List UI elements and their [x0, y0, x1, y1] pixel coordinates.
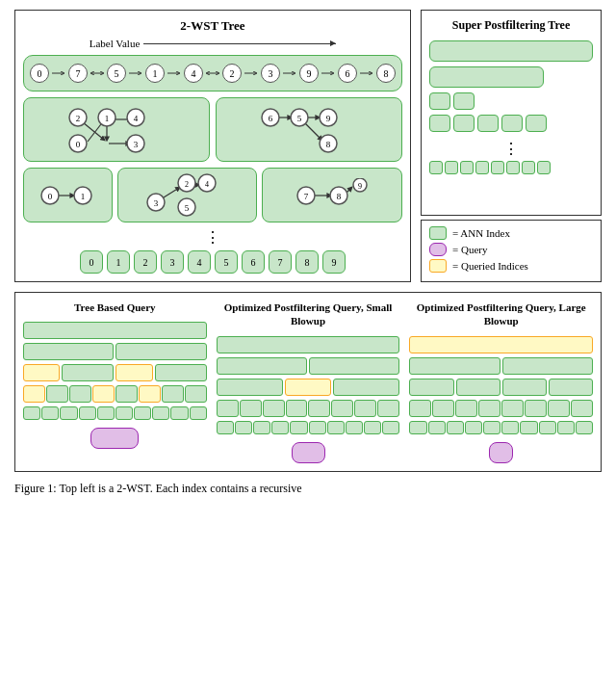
wst-row-3: 0 1 3 2 4: [23, 168, 402, 222]
wst-bottom-9: 9: [322, 250, 346, 274]
bottom-col-3-title: Optimized Postfiltering Query, Large Blo…: [409, 301, 593, 328]
bar-cell: [539, 421, 556, 434]
bar-row-2-1: [217, 336, 400, 353]
super-row-2: [429, 66, 544, 88]
svg-text:7: 7: [304, 192, 309, 201]
super-tree-rows: [429, 40, 593, 132]
bar-cell: [217, 421, 234, 434]
label-value-text: Label Value: [90, 38, 141, 49]
bar-cell: [139, 385, 161, 403]
bar-row-3-3: [409, 379, 593, 396]
bar-cell: [185, 385, 207, 403]
super-small-row-1: [429, 92, 593, 110]
node-0: 0: [30, 64, 49, 83]
bar-cell: [557, 421, 575, 434]
legend-item-queried: = Queried Indices: [429, 259, 593, 273]
bar-cell: [155, 364, 207, 381]
bar-cell: [483, 421, 500, 434]
top-section: 2-WST Tree Label Value 0 7 5: [14, 10, 602, 282]
bar-cell: [190, 406, 207, 420]
bar-cell: [41, 406, 59, 420]
bar-cell: [501, 400, 524, 417]
node-8: 8: [376, 64, 396, 83]
bar-cell: [217, 336, 400, 353]
legend-queried-label: = Queried Indices: [452, 260, 528, 272]
bar-row-3-4: [409, 400, 593, 417]
bar-cell: [116, 385, 138, 403]
tiny-cell: [475, 161, 489, 174]
bar-cell: [46, 385, 68, 403]
svg-text:0: 0: [48, 192, 53, 201]
bar-cell: [23, 406, 40, 420]
legend-item-query: = Query: [429, 243, 593, 256]
svg-text:5: 5: [184, 203, 189, 213]
bar-cell: [23, 385, 45, 403]
svg-text:3: 3: [153, 198, 158, 208]
bar-cell: [409, 400, 431, 417]
bar-cell: [217, 379, 283, 396]
wst-bottom-2: 2: [134, 250, 157, 274]
bar-cell: [409, 379, 453, 396]
bar-row-3-1: [409, 336, 593, 353]
bar-cell: [364, 421, 381, 434]
wst-bottom-8: 8: [295, 250, 319, 274]
legend-query-label: = Query: [452, 244, 487, 255]
bar-row-3-5: [409, 421, 593, 434]
svg-text:8: 8: [337, 192, 342, 201]
query-box-row-2: [217, 442, 400, 463]
super-tiny-cells: [429, 161, 593, 174]
bar-cell: [571, 400, 593, 417]
wst-bottom-row: 0 1 2 3 4 5 6 7 8 9: [23, 250, 402, 274]
tiny-cell: [537, 161, 551, 174]
bar-cell: [235, 421, 252, 434]
legend-box-queried: [429, 259, 447, 273]
bar-cell: [217, 357, 307, 375]
node-2: 2: [222, 64, 242, 83]
bar-cell: [240, 400, 262, 417]
svg-text:4: 4: [134, 114, 139, 123]
svg-text:9: 9: [326, 114, 331, 123]
bar-cell: [217, 400, 239, 417]
svg-text:1: 1: [81, 192, 86, 201]
bar-cell: [309, 357, 399, 375]
svg-text:5: 5: [297, 114, 302, 123]
bar-row-1-3: [23, 364, 207, 381]
bar-row-3-2: [409, 357, 593, 375]
super-tree: Super Postfiltering Tree: [421, 10, 602, 216]
wst-row-2: 0 1 2 3 4: [23, 97, 402, 162]
bar-cell: [501, 421, 519, 434]
tiny-cell: [491, 161, 504, 174]
bar-cell: [377, 400, 399, 417]
bar-cell: [502, 379, 547, 396]
wst-dots: ⋮: [23, 228, 402, 247]
bar-cell: [79, 406, 96, 420]
arrow-line: [143, 43, 336, 44]
svg-text:2: 2: [76, 114, 81, 123]
bar-cell: [23, 343, 114, 360]
legend-box-ann: [429, 226, 447, 240]
bar-cell: [409, 421, 426, 434]
bar-cell: [548, 400, 570, 417]
bar-row-2-5: [217, 421, 400, 434]
bar-cell: [456, 379, 500, 396]
bar-cell: [447, 421, 464, 434]
wst-bottom-7: 7: [269, 250, 292, 274]
bar-cell: [520, 421, 537, 434]
bar-cell: [309, 421, 326, 434]
bar-cell: [346, 421, 363, 434]
bar-cell: [152, 406, 169, 420]
tiny-cell: [460, 161, 474, 174]
bar-cell: [92, 385, 115, 403]
wst-tree-title: 2-WST Tree: [23, 18, 402, 34]
bar-row-2-2: [217, 357, 400, 375]
wst-subrow-right: 6 5 8 9: [216, 97, 402, 162]
node-5: 5: [107, 64, 126, 83]
node-9: 9: [299, 64, 319, 83]
query-box-1: [90, 428, 139, 449]
super-dots: ⋮: [429, 140, 593, 158]
main-container: 2-WST Tree Label Value 0 7 5: [0, 0, 616, 507]
legend: = ANN Index = Query = Queried Indices: [421, 220, 602, 282]
svg-text:2: 2: [185, 180, 189, 189]
wst-bottom-1: 1: [107, 250, 130, 274]
bar-cell: [116, 406, 133, 420]
